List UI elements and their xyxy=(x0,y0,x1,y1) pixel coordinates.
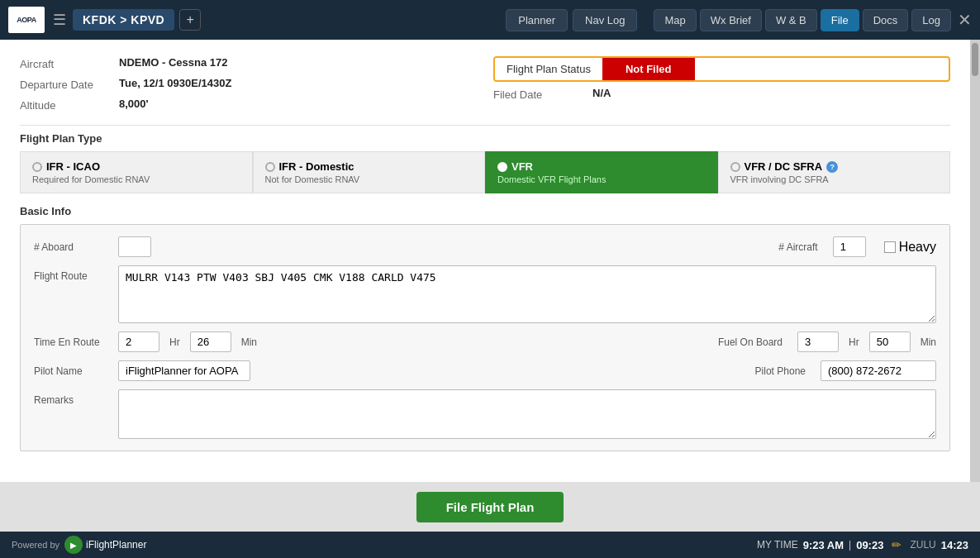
basic-info-title: Basic Info xyxy=(20,205,950,217)
ifr-domestic-option[interactable]: IFR - Domestic Not for Domestic RNAV xyxy=(253,151,486,193)
aircraft-value: NDEMO - Cessna 172 xyxy=(119,56,228,69)
pilot-name-input[interactable] xyxy=(118,360,250,381)
time-separator: | xyxy=(849,539,851,551)
vfr-dc-sfra-label: VFR / DC SFRA xyxy=(745,160,823,173)
route-row: Flight Route MULRR V143 PTW V403 SBJ V40… xyxy=(34,265,936,323)
ifr-icao-sub: Required for Domestic RNAV xyxy=(32,174,240,184)
departure-value: Tue, 12/1 0930E/1430Z xyxy=(119,77,231,89)
zulu-label: ZULU xyxy=(910,539,935,551)
aopa-logo-group: AOPA xyxy=(8,7,45,33)
footer: Powered by ▶ iFlightPlanner MY TIME 9:23… xyxy=(0,532,980,558)
info-icon: ? xyxy=(826,161,838,173)
bottom-bar: File Flight Plan xyxy=(0,482,980,532)
time-min-label: Min xyxy=(241,336,257,348)
planner-button[interactable]: Planner xyxy=(506,9,568,31)
time-hr-input[interactable] xyxy=(118,331,159,352)
route-badge[interactable]: KFDK > KPVD xyxy=(73,9,174,31)
close-button[interactable]: ✕ xyxy=(958,10,972,30)
docs-button[interactable]: Docs xyxy=(863,9,909,31)
my-time-value: 9:23 AM xyxy=(803,539,844,551)
status-value: Not Filed xyxy=(602,58,695,80)
pilot-name-label: Pilot Name xyxy=(34,365,108,377)
remarks-label: Remarks xyxy=(34,389,108,406)
aboard-input[interactable] xyxy=(118,236,151,257)
hamburger-button[interactable]: ☰ xyxy=(53,11,66,29)
filed-date-row: Filed Date N/A xyxy=(493,87,950,101)
ifp-logo: ▶ iFlightPlanner xyxy=(64,536,146,554)
fuel-hr-label: Hr xyxy=(849,336,859,348)
time-min-input[interactable] xyxy=(190,331,231,352)
vfr-sub: Domestic VFR Flight Plans xyxy=(497,174,706,184)
status-label: Flight Plan Status xyxy=(495,58,602,80)
scrollbar[interactable] xyxy=(970,40,980,482)
fuel-hr-input[interactable] xyxy=(797,331,839,352)
my-time-24: 09:23 xyxy=(856,539,883,551)
route-textarea[interactable]: MULRR V143 PTW V403 SBJ V405 CMK V188 CA… xyxy=(118,265,936,323)
navlog-button[interactable]: Nav Log xyxy=(573,9,637,31)
aircraft-count-input[interactable] xyxy=(833,236,866,257)
pilot-phone-input[interactable] xyxy=(821,360,936,381)
ifr-icao-label: IFR - ICAO xyxy=(46,160,100,173)
filed-date-value: N/A xyxy=(592,87,611,99)
ifr-icao-radio xyxy=(32,162,42,172)
ifr-domestic-radio xyxy=(265,162,275,172)
vfr-dc-sfra-option[interactable]: VFR / DC SFRA ? VFR involving DC SFRA xyxy=(718,151,951,193)
pilot-row: Pilot Name Pilot Phone xyxy=(34,360,936,381)
remarks-row: Remarks xyxy=(34,389,936,439)
fuel-min-label: Min xyxy=(921,336,936,348)
altitude-value: 8,000' xyxy=(119,98,149,110)
time-label: Time En Route xyxy=(34,336,108,348)
flight-type-title: Flight Plan Type xyxy=(20,132,950,145)
fuel-min-input[interactable] xyxy=(869,331,911,352)
ifr-domestic-sub: Not for Domestic RNAV xyxy=(265,174,473,184)
ifp-name: iFlightPlanner xyxy=(86,539,146,551)
aircraft-count-label: # Aircraft xyxy=(778,241,817,253)
vfr-label: VFR xyxy=(511,160,533,173)
aboard-row: # Aboard # Aircraft Heavy xyxy=(34,236,936,257)
vfr-dc-sfra-sub: VFR involving DC SFRA xyxy=(730,174,939,184)
add-route-button[interactable]: + xyxy=(179,9,201,31)
right-fields: Flight Plan Status Not Filed Filed Date … xyxy=(477,56,950,118)
aopa-logo: AOPA xyxy=(8,7,45,33)
wxbrief-button[interactable]: Wx Brief xyxy=(700,9,762,31)
map-button[interactable]: Map xyxy=(654,9,696,31)
center-nav-buttons: Planner Nav Log xyxy=(506,9,637,31)
heavy-checkbox[interactable] xyxy=(884,241,896,253)
vfr-radio xyxy=(497,162,507,172)
aircraft-label: Aircraft xyxy=(20,56,119,70)
scrollbar-thumb[interactable] xyxy=(972,43,978,76)
zulu-value: 14:23 xyxy=(941,539,968,551)
flight-plan-status-box: Flight Plan Status Not Filed xyxy=(493,56,950,82)
right-nav-buttons: Map Wx Brief W & B File Docs Log xyxy=(654,9,951,31)
wb-button[interactable]: W & B xyxy=(765,9,817,31)
left-fields: Aircraft NDEMO - Cessna 172 Departure Da… xyxy=(20,56,477,118)
vfr-dc-sfra-radio xyxy=(730,162,740,172)
basic-info-box: # Aboard # Aircraft Heavy Flight Route M… xyxy=(20,224,950,451)
powered-by-label: Powered by xyxy=(12,540,59,550)
basic-info-section: Basic Info # Aboard # Aircraft Heavy xyxy=(20,205,950,451)
content-area: Aircraft NDEMO - Cessna 172 Departure Da… xyxy=(0,40,970,482)
top-navigation: AOPA ☰ KFDK > KPVD + Planner Nav Log Map… xyxy=(0,0,980,40)
log-button[interactable]: Log xyxy=(911,9,951,31)
ifr-domestic-label: IFR - Domestic xyxy=(279,160,354,173)
aboard-label: # Aboard xyxy=(34,241,108,253)
filed-date-label: Filed Date xyxy=(493,87,592,101)
flight-plan-type-section: Flight Plan Type IFR - ICAO Required for… xyxy=(20,132,950,193)
ifp-icon: ▶ xyxy=(64,536,83,554)
my-time-label: MY TIME xyxy=(757,539,798,551)
file-tab-button[interactable]: File xyxy=(821,9,859,31)
time-section: MY TIME 9:23 AM | 09:23 ✏ ZULU 14:23 xyxy=(757,538,968,551)
departure-row: Departure Date Tue, 12/1 0930E/1430Z xyxy=(20,77,477,91)
edit-time-icon[interactable]: ✏ xyxy=(892,538,902,551)
aircraft-row: Aircraft NDEMO - Cessna 172 xyxy=(20,56,477,70)
flight-type-options: IFR - ICAO Required for Domestic RNAV IF… xyxy=(20,151,950,193)
vfr-option[interactable]: VFR Domestic VFR Flight Plans xyxy=(485,151,718,193)
file-flight-plan-button[interactable]: File Flight Plan xyxy=(416,492,564,522)
ifr-icao-option[interactable]: IFR - ICAO Required for Domestic RNAV xyxy=(20,151,253,193)
heavy-checkbox-wrap[interactable]: Heavy xyxy=(884,240,936,255)
pilot-phone-label: Pilot Phone xyxy=(755,365,806,377)
remarks-textarea[interactable] xyxy=(118,389,936,439)
altitude-label: Altitude xyxy=(20,98,119,112)
fuel-label: Fuel On Board xyxy=(718,336,783,348)
main-content-wrap: Aircraft NDEMO - Cessna 172 Departure Da… xyxy=(0,40,980,482)
